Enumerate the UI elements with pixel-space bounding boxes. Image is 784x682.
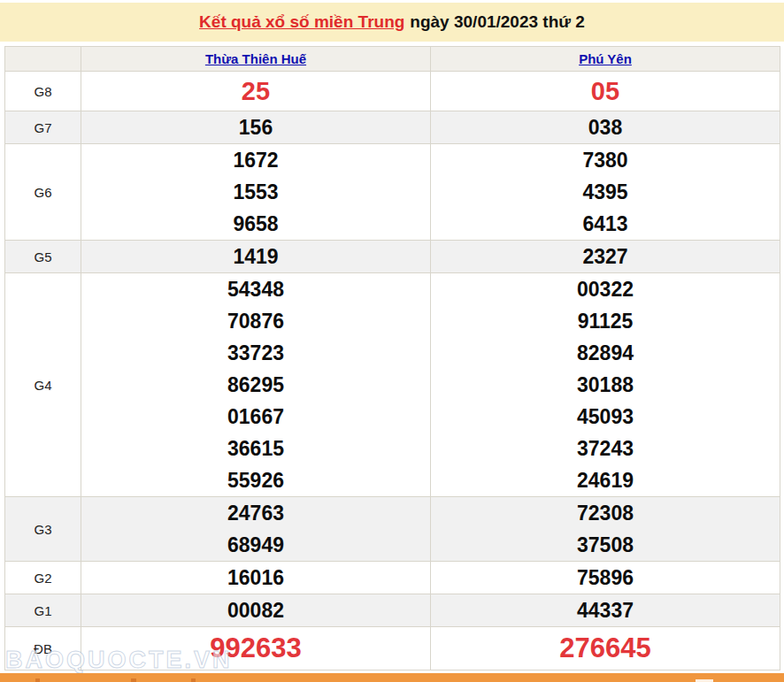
bottom-orange-bar (0, 673, 784, 682)
prize-value: 44337 (431, 594, 780, 626)
prize-values-py: 276645 (431, 627, 780, 671)
prize-value: 00322 (431, 273, 780, 305)
cropped-text-artifact (191, 678, 196, 682)
prize-row-db: ĐB 992633 276645 (5, 627, 780, 671)
prize-value: 156 (81, 111, 430, 143)
prize-value: 1553 (81, 176, 430, 208)
prize-value: 33723 (81, 337, 430, 369)
prize-value: 7380 (431, 144, 780, 176)
prize-label: G2 (5, 562, 81, 594)
prize-value: 72308 (431, 497, 780, 529)
prize-value: 24619 (431, 464, 780, 496)
prize-values-py: 2327 (431, 241, 780, 273)
prize-value: 9658 (81, 208, 430, 240)
prize-values-hue: 1672 1553 9658 (81, 144, 431, 241)
page-title: Kết quả xổ số miền Trungngày 30/01/2023 … (199, 12, 585, 32)
prize-row-g7: G7 156 038 (5, 111, 780, 144)
cropped-text-artifact (35, 678, 40, 682)
prize-label: G1 (5, 594, 81, 627)
prize-value: 1672 (81, 144, 430, 176)
prize-values-hue: 00082 (81, 594, 431, 627)
title-link[interactable]: Kết quả xổ số miền Trung (199, 12, 404, 31)
prize-value: 55926 (81, 464, 430, 496)
prize-value: 75896 (431, 562, 780, 594)
prize-value: 91125 (431, 305, 780, 337)
prize-label: G5 (5, 241, 81, 273)
prize-value: 276645 (431, 627, 780, 670)
prize-values-hue: 992633 (81, 627, 431, 671)
prize-value: 37243 (431, 433, 780, 464)
prize-value: 05 (431, 72, 780, 111)
header-empty-cell (5, 47, 81, 72)
prize-values-py: 44337 (431, 594, 780, 627)
prize-value: 36615 (81, 433, 430, 464)
prize-row-g4: G4 54348 70876 33723 86295 01667 36615 5… (5, 273, 780, 497)
prize-value: 86295 (81, 369, 430, 401)
prize-row-g6: G6 1672 1553 9658 7380 4395 6413 (5, 144, 780, 241)
prize-values-hue: 1419 (81, 241, 431, 273)
prize-value: 1419 (81, 241, 430, 272)
prize-value: 2327 (431, 241, 780, 272)
prize-value: 24763 (81, 497, 430, 529)
prize-label: ĐB (5, 627, 81, 671)
prize-values-py: 05 (431, 72, 780, 111)
header-thua-thien-hue: Thừa Thiên Huế (81, 47, 431, 72)
header-phu-yen: Phú Yên (431, 47, 780, 72)
lottery-results-table: Thừa Thiên Huế Phú Yên G8 25 05 G7 156 0… (4, 46, 780, 671)
cropped-text-artifact (131, 678, 136, 682)
prize-row-g3: G3 24763 68949 72308 37508 (5, 497, 780, 562)
prize-values-py: 72308 37508 (431, 497, 780, 562)
prize-label: G6 (5, 144, 81, 241)
prize-row-g2: G2 16016 75896 (5, 562, 780, 594)
prize-label: G4 (5, 273, 81, 497)
prize-label: G3 (5, 497, 81, 562)
prize-value: 30188 (431, 369, 780, 401)
prize-row-g8: G8 25 05 (5, 72, 780, 111)
prize-values-hue: 24763 68949 (81, 497, 431, 562)
column-link-thua-thien-hue[interactable]: Thừa Thiên Huế (205, 51, 306, 66)
prize-values-py: 00322 91125 82894 30188 45093 37243 2461… (431, 273, 780, 497)
prize-label: G7 (5, 111, 81, 144)
prize-value: 038 (431, 111, 780, 143)
prize-values-py: 038 (431, 111, 780, 144)
header-row: Thừa Thiên Huế Phú Yên (5, 47, 780, 72)
prize-value: 6413 (431, 208, 780, 240)
prize-value: 992633 (81, 627, 430, 670)
prize-value: 70876 (81, 305, 430, 337)
prize-value: 25 (81, 72, 430, 111)
column-link-phu-yen[interactable]: Phú Yên (579, 51, 632, 66)
prize-values-py: 7380 4395 6413 (431, 144, 780, 241)
prize-row-g1: G1 00082 44337 (5, 594, 780, 627)
prize-value: 00082 (81, 594, 430, 626)
prize-value: 45093 (431, 401, 780, 433)
title-date: ngày 30/01/2023 thứ 2 (410, 12, 585, 31)
prize-values-hue: 25 (81, 72, 431, 111)
prize-value: 82894 (431, 337, 780, 369)
prize-value: 4395 (431, 176, 780, 208)
prize-value: 16016 (81, 562, 430, 594)
prize-value: 68949 (81, 529, 430, 561)
prize-values-hue: 16016 (81, 562, 431, 594)
prize-value: 54348 (81, 273, 430, 305)
prize-value: 37508 (431, 529, 780, 561)
prize-values-hue: 54348 70876 33723 86295 01667 36615 5592… (81, 273, 431, 497)
prize-value: 01667 (81, 401, 430, 433)
prize-values-py: 75896 (431, 562, 780, 594)
prize-values-hue: 156 (81, 111, 431, 144)
prize-row-g5: G5 1419 2327 (5, 241, 780, 273)
title-band: Kết quả xổ số miền Trungngày 30/01/2023 … (0, 3, 784, 42)
prize-label: G8 (5, 72, 81, 111)
